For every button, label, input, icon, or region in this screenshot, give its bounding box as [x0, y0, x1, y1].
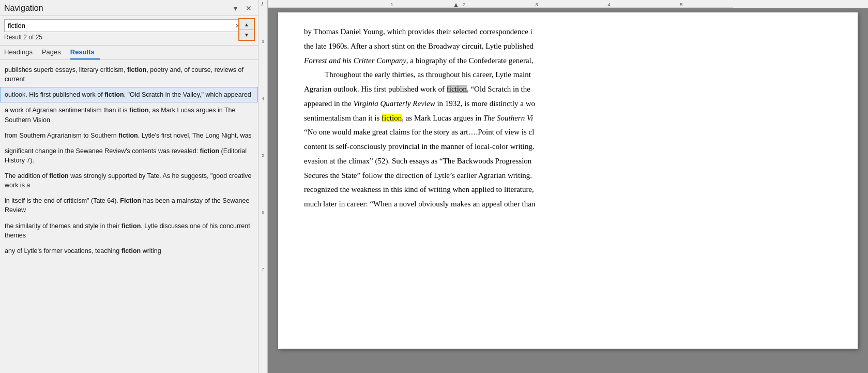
result-text: in itself is the end of criticism" (Tate… [5, 197, 249, 214]
result-item[interactable]: significant change in the Sewanee Review… [0, 143, 258, 168]
nav-arrows: ▲ ▼ [238, 18, 255, 41]
result-text: from Southern Agrarianism to Southern fi… [5, 132, 252, 139]
doc-paragraph: recognized the weakness in this kind of … [304, 183, 837, 197]
result-item[interactable]: any of Lytle's former vocations, teachin… [0, 243, 258, 259]
next-result-button[interactable]: ▼ [239, 29, 254, 40]
doc-page: by Thomas Daniel Young, which provides t… [278, 12, 858, 349]
result-item[interactable]: from Southern Agrarianism to Southern fi… [0, 128, 258, 143]
doc-paragraph: appeared in the Virginia Quarterly Revie… [304, 97, 837, 111]
result-text: publishes superb essays, literary critic… [5, 66, 243, 83]
result-text: The addition of fiction was strongly sup… [5, 172, 251, 189]
result-item[interactable]: The addition of fiction was strongly sup… [0, 168, 258, 193]
result-count: Result 2 of 25 [4, 32, 254, 42]
result-text: significant change in the Sewanee Review… [5, 147, 247, 164]
result-text: any of Lytle's former vocations, teachin… [5, 247, 161, 255]
result-text: the similarity of themes and style in th… [5, 222, 250, 239]
tab-pages[interactable]: Pages [42, 46, 66, 59]
nav-title: Navigation [4, 4, 43, 13]
search-row-wrapper: ✕ ▾ ▲ ▼ [4, 19, 254, 32]
svg-text:3: 3 [535, 2, 538, 7]
v-ruler-number: 3 [258, 39, 267, 44]
doc-paragraph: evasion at the climax” (52). Such essays… [304, 154, 837, 169]
top-ruler: 1 2 3 4 5 [268, 0, 868, 8]
doc-paragraph: Throughout the early thirties, as throug… [304, 68, 837, 82]
doc-paragraph: sentimentalism than it is fiction, as Ma… [304, 111, 837, 126]
result-item[interactable]: in itself is the end of criticism" (Tate… [0, 193, 258, 218]
svg-text:4: 4 [607, 2, 610, 7]
left-ruler-column: L 34567 [258, 0, 268, 373]
doc-paragraph: by Thomas Daniel Young, which provides t… [304, 25, 837, 39]
pin-icon[interactable]: ▾ [232, 3, 239, 13]
v-ruler-number: 5 [258, 153, 267, 158]
svg-rect-0 [268, 0, 868, 8]
result-item[interactable]: outlook. His first published work of fic… [0, 87, 258, 102]
doc-paragraph: content is self-consciously provincial i… [304, 140, 837, 154]
svg-text:5: 5 [680, 2, 682, 7]
main-area: L 34567 1 2 3 4 5 [258, 0, 868, 373]
doc-container: 1 2 3 4 5 by Thomas Daniel Young, which … [268, 0, 868, 373]
search-box: ✕ ▾ [4, 19, 254, 32]
search-input[interactable] [5, 20, 232, 32]
close-icon[interactable]: ✕ [243, 3, 254, 13]
search-area: ✕ ▾ ▲ ▼ Result 2 of 25 [0, 16, 258, 46]
doc-paragraph: “No one would make great claims for the … [304, 125, 837, 140]
nav-header: Navigation ▾ ✕ [0, 0, 258, 16]
v-ruler-number: 4 [258, 96, 267, 101]
doc-scroll[interactable]: by Thomas Daniel Young, which provides t… [268, 8, 868, 373]
svg-text:2: 2 [463, 2, 465, 7]
tab-headings[interactable]: Headings [4, 46, 38, 59]
ruler-svg: 1 2 3 4 5 [268, 0, 868, 8]
v-ruler-number: 7 [258, 267, 267, 272]
result-item[interactable]: a work of Agrarian sentimentalism than i… [0, 102, 258, 127]
doc-paragraph: Secures the State” follow the direction … [304, 169, 837, 183]
result-item[interactable]: the similarity of themes and style in th… [0, 218, 258, 243]
header-icons: ▾ ✕ [232, 3, 254, 13]
results-list: publishes superb essays, literary critic… [0, 60, 258, 373]
doc-paragraph: much later in career: “When a novel obvi… [304, 197, 837, 212]
doc-paragraph: Agrarian outlook. His first published wo… [304, 82, 837, 97]
result-text: a work of Agrarian sentimentalism than i… [5, 107, 236, 123]
vertical-ruler: 34567 [258, 8, 268, 373]
svg-text:1: 1 [390, 2, 393, 7]
tabs-row: Headings Pages Results [0, 46, 258, 60]
doc-paragraph: the late 1960s. After a short stint on t… [304, 39, 837, 54]
l-marker: L [258, 0, 268, 8]
doc-paragraph: Forrest and his Critter Company, a biogr… [304, 54, 837, 68]
result-item[interactable]: publishes superb essays, literary critic… [0, 62, 258, 87]
prev-result-button[interactable]: ▲ [239, 19, 254, 29]
navigation-panel: Navigation ▾ ✕ ✕ ▾ ▲ ▼ Result 2 of 25 He… [0, 0, 258, 373]
result-text: outlook. His first published work of fic… [5, 91, 251, 98]
v-ruler-number: 6 [258, 210, 267, 215]
tab-results[interactable]: Results [70, 46, 100, 59]
